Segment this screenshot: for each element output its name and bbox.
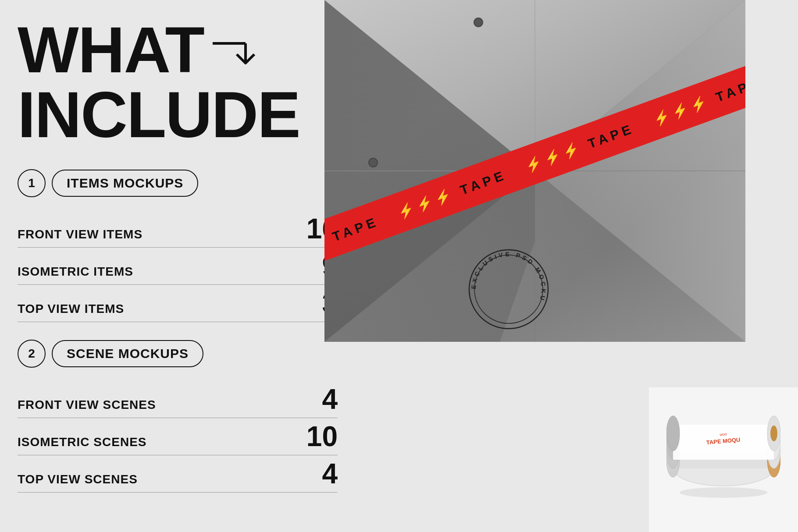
right-panel: ⚡⚡⚡ TAPE ⚡⚡⚡ TAPE ⚡⚡⚡ TAPE ⚡⚡⚡ TAPE ⚡⚡⚡ … (324, 0, 798, 532)
title-include: INCLUDE (18, 82, 338, 147)
main-image: ⚡⚡⚡ TAPE ⚡⚡⚡ TAPE ⚡⚡⚡ TAPE ⚡⚡⚡ TAPE ⚡⚡⚡ … (324, 0, 745, 342)
main-title: WHAT INCLUDE (18, 18, 338, 147)
item-label: FRONT VIEW ITEMS (18, 227, 142, 241)
title-what: WHAT (18, 18, 204, 82)
scene-mockups-list: FRONT VIEW SCENES 4 ISOMETRIC SCENES 10 … (18, 381, 338, 493)
svg-point-30 (770, 426, 777, 441)
svg-point-29 (666, 416, 680, 451)
tape-roll-svg: TAPE MOQU woo (666, 411, 780, 508)
item-row: ISOMETRIC ITEMS 9 (18, 248, 338, 285)
item-label: ISOMETRIC SCENES (18, 435, 146, 449)
svg-point-12 (469, 250, 548, 329)
section1-block: 1 ITEMS MOCKUPS FRONT VIEW ITEMS 16 ISOM… (18, 169, 338, 322)
section2-badge-row: 2 SCENE MOCKUPS (18, 340, 338, 368)
item-label: FRONT VIEW SCENES (18, 398, 156, 412)
left-panel: WHAT INCLUDE 1 ITEMS MOCKUPS FRONT VIEW … (18, 18, 338, 493)
section2-block: 2 SCENE MOCKUPS FRONT VIEW SCENES 4 ISOM… (18, 340, 338, 493)
tape-roll-card: TAPE MOQU woo (649, 387, 798, 532)
concrete-hole-left (368, 158, 378, 167)
item-row: ISOMETRIC SCENES 10 (18, 418, 338, 455)
section2-label: SCENE MOCKUPS (52, 340, 203, 367)
items-mockups-list: FRONT VIEW ITEMS 16 ISOMETRIC ITEMS 9 TO… (18, 210, 338, 322)
item-row: FRONT VIEW ITEMS 16 (18, 210, 338, 248)
item-label: ISOMETRIC ITEMS (18, 265, 133, 279)
svg-text:woo: woo (719, 432, 727, 436)
section1-label: ITEMS MOCKUPS (52, 170, 198, 197)
concrete-hole-top (474, 18, 483, 27)
section1-badge-row: 1 ITEMS MOCKUPS (18, 169, 338, 197)
concrete-background: ⚡⚡⚡ TAPE ⚡⚡⚡ TAPE ⚡⚡⚡ TAPE ⚡⚡⚡ TAPE ⚡⚡⚡ … (324, 0, 745, 342)
section2-number: 2 (18, 340, 46, 368)
item-row: FRONT VIEW SCENES 4 (18, 381, 338, 418)
item-label: TOP VIEW SCENES (18, 472, 138, 486)
item-label: TOP VIEW ITEMS (18, 302, 124, 316)
svg-point-31 (680, 487, 767, 498)
svg-text:EXCLUSIVE PSD MOCKU: EXCLUSIVE PSD MOCKU (470, 251, 548, 303)
item-row: TOP VIEW ITEMS 3 (18, 285, 338, 322)
arrow-icon (213, 35, 256, 70)
section1-number: 1 (18, 169, 46, 197)
stamp-overlay: EXCLUSIVE PSD MOCKU (465, 245, 552, 333)
item-row: TOP VIEW SCENES 4 (18, 455, 338, 493)
